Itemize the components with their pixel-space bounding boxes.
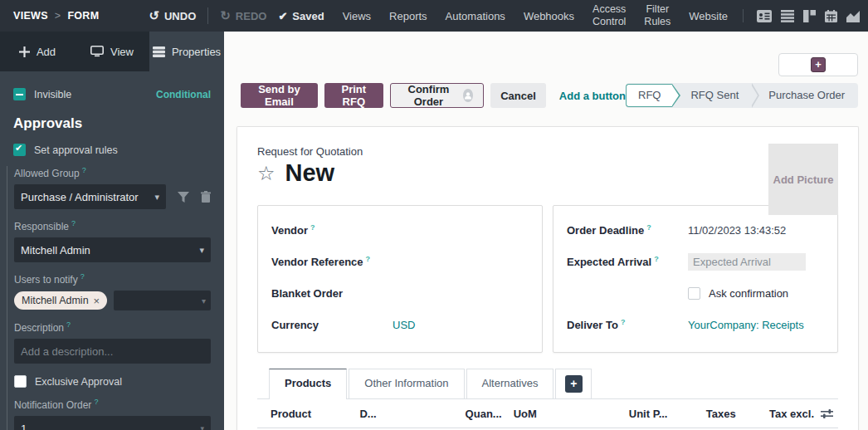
topbar-actions: ↺ UNDO ↻ REDO ✔ Saved — [149, 7, 324, 24]
nav-webhooks[interactable]: Webhooks — [524, 10, 574, 22]
studio-topbar: VIEWS > FORM ↺ UNDO ↻ REDO ✔ Saved Views… — [0, 0, 868, 32]
graph-view-icon[interactable] — [846, 10, 860, 22]
order-deadline-value[interactable]: 11/02/2023 13:43:52 — [688, 224, 786, 237]
confirm-order-label: Confirm Order — [401, 83, 456, 108]
responsible-label: Responsible? — [14, 219, 211, 232]
description-input[interactable] — [14, 339, 211, 364]
breadcrumb-form[interactable]: FORM — [67, 10, 99, 22]
invisible-conditional-link[interactable]: Conditional — [156, 89, 211, 100]
cancel-button[interactable]: Cancel — [490, 83, 546, 108]
redo-label: REDO — [236, 10, 267, 22]
approver-avatar-icon — [463, 89, 473, 102]
vendor-row[interactable]: Vendor? — [271, 217, 529, 242]
breadcrumb-views[interactable]: VIEWS — [13, 10, 48, 22]
tab-products[interactable]: Products — [269, 369, 347, 399]
nav-filter-rules[interactable]: Filter Rules — [644, 3, 671, 28]
undo-button[interactable]: ↺ UNDO — [149, 8, 196, 23]
help-icon: ? — [66, 320, 71, 329]
add-a-button-link[interactable]: Add a button — [559, 90, 626, 102]
chevron-down-icon: ▾ — [200, 424, 204, 430]
column-quantity[interactable]: Quan... — [432, 408, 514, 420]
status-step-purchase-order[interactable]: Purchase Order — [752, 84, 858, 107]
expected-arrival-label: Expected Arrival? — [567, 255, 688, 268]
breadcrumb: VIEWS > FORM — [13, 10, 99, 22]
deliver-to-row[interactable]: Deliver To? YourCompany: Receipts — [567, 312, 824, 337]
trash-icon[interactable] — [201, 191, 211, 203]
record-title[interactable]: New — [285, 159, 335, 187]
saved-label: Saved — [292, 10, 324, 22]
ask-confirmation-checkbox[interactable] — [688, 287, 700, 300]
user-tag[interactable]: Mitchell Admin × — [14, 291, 107, 310]
allowed-group-select[interactable]: Purchase / Administrator ▾ — [14, 184, 166, 209]
responsible-select[interactable]: Mitchell Admin ▾ — [14, 237, 211, 262]
order-deadline-row[interactable]: Order Deadline? 11/02/2023 13:43:52 — [567, 217, 824, 242]
set-approval-rules-label: Set approval rules — [34, 144, 118, 156]
sidebar-tabs: Add View Properties — [0, 32, 224, 71]
vendor-reference-row[interactable]: Vendor Reference? — [271, 249, 529, 274]
status-step-rfq[interactable]: RFQ — [626, 84, 672, 107]
undo-icon: ↺ — [149, 8, 159, 23]
currency-row[interactable]: Currency USD — [271, 312, 529, 337]
notification-order-select[interactable]: 1 ▾ — [14, 416, 211, 430]
exclusive-approval-checkbox[interactable] — [14, 375, 27, 388]
calendar-view-icon[interactable] — [825, 10, 837, 22]
field-group-right[interactable]: Order Deadline? 11/02/2023 13:43:52 Expe… — [553, 205, 838, 353]
column-unit-price[interactable]: Unit P... — [592, 408, 672, 420]
nav-access-control[interactable]: Access Control — [592, 3, 626, 28]
help-icon: ? — [94, 398, 98, 406]
redo-button[interactable]: ↻ REDO — [220, 8, 266, 23]
properties-list-icon — [153, 46, 165, 57]
optional-columns-icon[interactable] — [821, 408, 833, 419]
column-uom[interactable]: UoM — [514, 408, 592, 420]
statusbar: RFQ RFQ Sent Purchase Order — [626, 83, 858, 108]
expected-arrival-row[interactable]: Expected Arrival? Expected Arrival — [567, 249, 824, 274]
kanban-view-icon[interactable] — [803, 10, 816, 22]
expected-arrival-input[interactable]: Expected Arrival — [688, 253, 806, 271]
help-icon: ? — [621, 318, 626, 326]
deliver-to-label: Deliver To? — [567, 318, 688, 331]
user-tag-label: Mitchell Admin — [22, 295, 89, 306]
column-tax-excl[interactable]: Tax excl. — [769, 408, 814, 420]
favorite-star-icon[interactable]: ☆ — [257, 162, 276, 185]
responsible-value: Mitchell Admin — [21, 244, 90, 257]
tag-close-icon[interactable]: × — [94, 295, 100, 307]
column-product[interactable]: Product — [271, 408, 359, 420]
invisible-checkbox[interactable] — [13, 88, 26, 100]
confirm-order-button[interactable]: Confirm Order — [390, 83, 484, 108]
blanket-order-row[interactable]: Blanket Order — [271, 281, 529, 305]
field-group-left[interactable]: Vendor? Vendor Reference? Blanket Order … — [257, 205, 543, 353]
send-by-email-button[interactable]: Send by Email — [241, 83, 318, 108]
add-smart-button[interactable]: + — [778, 53, 858, 76]
tab-view[interactable]: View — [75, 32, 149, 71]
tab-alternatives[interactable]: Alternatives — [466, 369, 554, 398]
tab-other-information[interactable]: Other Information — [349, 369, 464, 398]
ask-confirmation-row[interactable]: Ask confirmation — [567, 281, 824, 305]
column-taxes[interactable]: Taxes — [672, 408, 769, 420]
form-view-icon[interactable] — [757, 10, 772, 22]
currency-value[interactable]: USD — [393, 319, 415, 331]
set-approval-rules-row: ✔ Set approval rules — [13, 144, 211, 156]
nav-views[interactable]: Views — [343, 10, 371, 22]
tab-add-label: Add — [37, 46, 56, 58]
list-view-icon[interactable] — [781, 10, 794, 22]
add-picture-placeholder[interactable]: Add Picture — [768, 144, 838, 215]
smart-button-row: + — [224, 32, 868, 76]
tab-properties[interactable]: Properties — [149, 32, 224, 71]
order-lines-header: Product D... Quan... UoM Unit P... Taxes… — [257, 399, 838, 428]
nav-reports[interactable]: Reports — [389, 10, 427, 22]
form-action-row: Send by Email Print RFQ Confirm Order Ca… — [224, 76, 868, 108]
help-icon: ? — [646, 223, 651, 232]
help-icon: ? — [71, 219, 76, 227]
tab-view-label: View — [110, 46, 134, 58]
tab-add[interactable]: Add — [0, 32, 75, 71]
nav-automations[interactable]: Automations — [446, 10, 505, 22]
deliver-to-value[interactable]: YourCompany: Receipts — [688, 319, 804, 331]
set-approval-rules-checkbox[interactable]: ✔ — [13, 144, 26, 156]
add-tab-button[interactable]: + — [555, 369, 592, 398]
status-step-rfq-sent[interactable]: RFQ Sent — [672, 84, 752, 107]
users-to-notify-input[interactable]: ▾ — [114, 291, 211, 310]
nav-website[interactable]: Website — [689, 10, 728, 22]
filter-domain-icon[interactable] — [178, 192, 189, 203]
column-description[interactable]: D... — [359, 408, 432, 420]
print-rfq-button[interactable]: Print RFQ — [324, 83, 383, 108]
